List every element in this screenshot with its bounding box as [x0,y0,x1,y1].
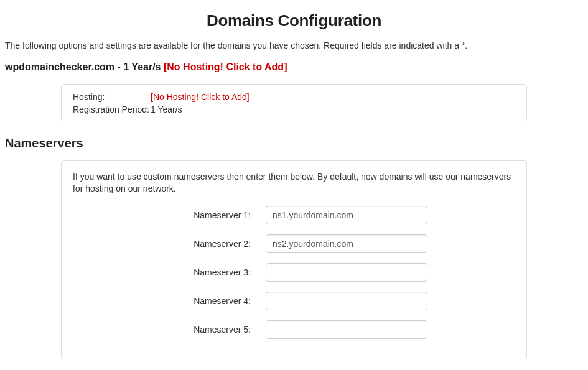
ns-row-5: Nameserver 5: [73,320,515,339]
intro-text: The following options and settings are a… [5,40,583,50]
ns-input-3[interactable] [266,263,427,282]
hosting-add-link[interactable]: [No Hosting! Click to Add] [151,92,250,102]
ns-label-5: Nameserver 5: [73,325,266,335]
regperiod-label: Registration Period: [73,104,151,114]
ns-label-2: Nameserver 2: [73,239,266,249]
ns-input-2[interactable] [266,234,427,253]
ns-row-1: Nameserver 1: [73,206,515,224]
ns-label-1: Nameserver 1: [73,210,266,220]
ns-row-3: Nameserver 3: [73,263,515,282]
nameservers-desc: If you want to use custom nameservers th… [73,171,515,195]
nameservers-heading: Nameservers [5,136,583,150]
ns-input-1[interactable] [266,206,427,224]
page-title: Domains Configuration [5,11,583,30]
ns-input-4[interactable] [266,292,427,310]
domain-summary: wpdomainchecker.com - 1 Year/s [No Hosti… [5,62,583,73]
ns-label-3: Nameserver 3: [73,267,266,277]
domain-name: wpdomainchecker.com [5,62,114,72]
nameservers-panel: If you want to use custom nameservers th… [61,160,527,359]
ns-row-2: Nameserver 2: [73,234,515,253]
ns-input-5[interactable] [266,320,427,339]
hosting-label: Hosting: [73,92,151,102]
dash-sep: - [118,62,124,72]
no-hosting-badge[interactable]: [No Hosting! Click to Add] [164,62,287,72]
ns-row-4: Nameserver 4: [73,292,515,310]
ns-label-4: Nameserver 4: [73,296,266,306]
domain-details-panel: Hosting: [No Hosting! Click to Add] Regi… [61,84,527,121]
regperiod-value: 1 Year/s [151,104,182,114]
domain-period: 1 Year/s [123,62,161,72]
detail-row-regperiod: Registration Period: 1 Year/s [73,104,515,114]
detail-row-hosting: Hosting: [No Hosting! Click to Add] [73,92,515,102]
